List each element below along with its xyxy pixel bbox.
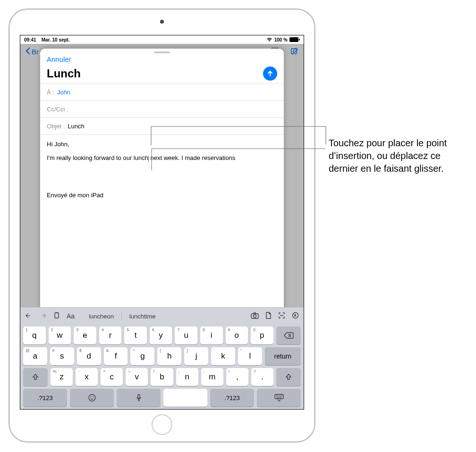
backspace-key[interactable] <box>276 326 301 344</box>
svg-rect-0 <box>289 37 298 42</box>
screen: 09:41 Mar. 10 sept. 100 % <box>20 35 304 410</box>
suggestion-1[interactable]: luncheon <box>81 313 121 320</box>
key-numbers-right[interactable]: .?123 <box>210 389 254 407</box>
email-body[interactable]: Hi John, I'm really looking forward to o… <box>40 135 284 327</box>
suggestion-2[interactable]: lunchtime <box>121 313 163 320</box>
key-r[interactable]: 4r <box>99 326 122 344</box>
svg-rect-12 <box>138 394 140 398</box>
key-n[interactable]: ;n <box>176 368 198 386</box>
key-q[interactable]: 1q <box>23 326 46 344</box>
document-icon[interactable] <box>265 312 272 320</box>
keyboard-toolbar: Aa luncheon lunchtime <box>20 308 304 325</box>
key-v[interactable]: =v <box>126 368 148 386</box>
key-t[interactable]: 5t <box>124 326 147 344</box>
key-period[interactable]: ?. <box>251 368 273 386</box>
markup-icon[interactable] <box>292 312 299 320</box>
home-button[interactable] <box>152 414 172 435</box>
text-format-icon[interactable]: Aa <box>67 312 75 320</box>
suggestions: luncheon lunchtime <box>81 313 163 320</box>
cc-field[interactable]: Cc/Cci : <box>40 101 284 118</box>
compose-title: Lunch <box>47 67 81 80</box>
key-j[interactable]: )j <box>184 347 208 365</box>
key-h[interactable]: (h <box>157 347 181 365</box>
svg-point-11 <box>93 396 94 397</box>
key-l[interactable]: "l <box>238 347 262 365</box>
key-s[interactable]: #s <box>50 347 74 365</box>
key-u[interactable]: 7u <box>175 326 197 344</box>
email-signature: Envoyé de mon iPad <box>47 192 277 199</box>
status-battery-text: 100 % <box>274 37 288 42</box>
undo-icon[interactable] <box>25 312 33 320</box>
wifi-icon <box>266 37 272 42</box>
svg-rect-1 <box>299 39 300 41</box>
body-greeting: Hi John, <box>47 141 277 148</box>
svg-point-7 <box>254 315 256 318</box>
key-w[interactable]: 2w <box>49 326 71 344</box>
keyboard: Aa luncheon lunchtime 1q2w3e4r5t6y7u8i9o… <box>20 307 304 409</box>
dismiss-keyboard-key[interactable] <box>257 389 301 407</box>
key-g[interactable]: *g <box>130 347 154 365</box>
shift-key-left[interactable] <box>23 368 48 386</box>
to-label: À : <box>47 89 54 96</box>
redo-icon[interactable] <box>39 312 47 320</box>
ipad-frame: 09:41 Mar. 10 sept. 100 % <box>8 8 315 443</box>
key-o[interactable]: 9o <box>226 326 248 344</box>
key-b[interactable]: /b <box>151 368 173 386</box>
cc-label: Cc/Cci : <box>47 106 68 113</box>
key-x[interactable]: -x <box>76 368 98 386</box>
svg-point-10 <box>90 396 91 397</box>
key-z[interactable]: %z <box>51 368 73 386</box>
battery-icon <box>289 37 300 42</box>
key-k[interactable]: 'k <box>211 347 235 365</box>
key-i[interactable]: 8i <box>200 326 223 344</box>
scan-icon[interactable] <box>278 312 285 320</box>
key-numbers-left[interactable]: .?123 <box>23 389 67 407</box>
key-e[interactable]: 3e <box>74 326 96 344</box>
clipboard-icon[interactable] <box>53 312 60 320</box>
space-key[interactable] <box>163 389 207 407</box>
body-line: I'm really looking forward to our lunch … <box>47 154 277 161</box>
camera-icon[interactable] <box>251 312 259 320</box>
return-key[interactable]: return <box>265 347 301 365</box>
dictation-key[interactable] <box>117 389 161 407</box>
shift-key-right[interactable] <box>276 368 301 386</box>
callout-text: Touchez pour placer le point d’insertion… <box>329 137 470 175</box>
key-p[interactable]: 0p <box>251 326 273 344</box>
to-value: John <box>57 89 70 96</box>
key-f[interactable]: &f <box>104 347 128 365</box>
status-time: 09:41 <box>24 37 36 42</box>
to-field[interactable]: À : John <box>40 84 284 101</box>
send-button[interactable] <box>263 67 277 81</box>
compose-sheet: Annuler Lunch À : John Cc/Cci : Objet : … <box>40 49 284 327</box>
key-y[interactable]: 6y <box>150 326 172 344</box>
emoji-key[interactable] <box>70 389 114 407</box>
key-m[interactable]: :m <box>201 368 223 386</box>
status-bar: 09:41 Mar. 10 sept. 100 % <box>20 35 304 44</box>
svg-point-9 <box>89 394 95 401</box>
key-d[interactable]: $d <box>77 347 101 365</box>
cancel-button[interactable]: Annuler <box>47 55 71 63</box>
subject-field[interactable]: Objet : Lunch <box>40 118 284 135</box>
svg-rect-4 <box>55 313 59 318</box>
svg-rect-5 <box>56 312 58 313</box>
camera-dot <box>160 20 164 24</box>
key-c[interactable]: +c <box>101 368 123 386</box>
key-a[interactable]: @a <box>23 347 47 365</box>
subject-label: Objet : <box>47 123 65 130</box>
subject-value: Lunch <box>68 123 84 130</box>
key-comma[interactable]: !, <box>226 368 248 386</box>
status-date: Mar. 10 sept. <box>42 37 70 42</box>
